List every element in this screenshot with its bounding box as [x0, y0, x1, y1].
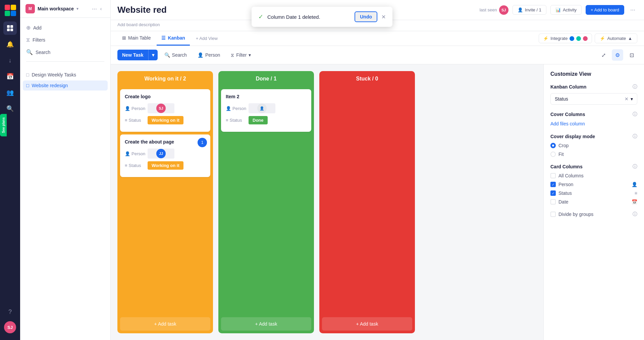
tab-kanban[interactable]: ☰ Kanban: [157, 31, 190, 46]
card-field-status-1: ≡ Status Working on it: [125, 116, 206, 124]
card-status-badge-1[interactable]: Working on it: [148, 116, 183, 124]
filter-button[interactable]: ⧖ Filter ▾: [227, 50, 255, 61]
select-clear-icon[interactable]: ✕: [625, 96, 629, 102]
tab-main-table[interactable]: ⊞ Main Table: [117, 31, 155, 46]
new-task-main-label[interactable]: New Task: [117, 50, 149, 60]
add-view-button[interactable]: + Add View: [191, 33, 222, 44]
activity-button[interactable]: 📊 Activity: [550, 5, 582, 15]
settings-icon-button[interactable]: ⚙: [612, 49, 623, 61]
download-icon[interactable]: ↓: [3, 54, 17, 67]
search-button[interactable]: 🔍 Search: [160, 50, 191, 60]
automate-chevron: ▲: [628, 36, 632, 41]
workspace-selector[interactable]: M Main workspace ▾: [25, 4, 92, 13]
svg-rect-7: [10, 29, 13, 31]
search-toolbar-label: Search: [172, 52, 187, 58]
person-button[interactable]: 👤 Person: [194, 50, 224, 60]
board-description[interactable]: Add board description: [117, 22, 160, 27]
toast-undo-button[interactable]: Undo: [355, 11, 377, 22]
kanban-column-stuck: Stuck / 0 + Add task: [319, 71, 415, 333]
tab-main-table-label: Main Table: [128, 35, 151, 41]
nav-search-label: Search: [36, 50, 50, 55]
kanban-column-section: Kanban Column ⓘ Status ✕ ▾: [550, 84, 637, 105]
filter-toolbar-label: Filter: [236, 52, 247, 58]
app-logo[interactable]: [4, 4, 16, 16]
workspace-name: Main workspace: [38, 6, 74, 11]
checkbox-divide-groups[interactable]: Divide by groups: [550, 212, 593, 217]
checkbox-person[interactable]: ✓ Person 👤: [550, 182, 637, 187]
help-icon[interactable]: ?: [3, 305, 17, 319]
nav-item-search[interactable]: 🔍 Search: [23, 46, 108, 58]
column-header-done: Done / 1: [218, 71, 314, 87]
select-chevron-icon: ▾: [631, 96, 633, 102]
add-task-working-on[interactable]: + Add task: [120, 317, 210, 331]
divide-groups-info-icon[interactable]: ⓘ: [633, 211, 637, 217]
search-rail-icon[interactable]: 🔍: [3, 102, 17, 115]
checkbox-status-box: ✓: [550, 190, 556, 196]
nav-item-filters[interactable]: ⧖ Filters: [23, 34, 108, 46]
team-icon[interactable]: 👥: [3, 86, 17, 99]
checkbox-status[interactable]: ✓ Status ≡: [550, 190, 637, 196]
new-task-button[interactable]: New Task ▾: [117, 50, 158, 60]
card-columns-header: Card Columns ⓘ: [550, 164, 637, 170]
sidebar-collapse-icon[interactable]: ‹: [97, 5, 105, 13]
expand-icon-button[interactable]: ⤢: [598, 49, 609, 61]
card-person-avatar-cell-3[interactable]: 👤: [249, 103, 275, 113]
toast-close-icon[interactable]: ✕: [381, 14, 386, 20]
checkbox-all-columns[interactable]: All Columns: [550, 173, 637, 178]
kanban-card-about-page[interactable]: Create the about page 1 👤 Person JJ: [120, 134, 210, 177]
kanban-column-info-icon[interactable]: ⓘ: [633, 84, 637, 90]
more-view-icon-button[interactable]: ⊡: [626, 49, 637, 61]
card-status-badge-2[interactable]: Working on it: [148, 161, 183, 170]
user-avatar-rail[interactable]: SJ: [4, 321, 16, 333]
nav-item-add[interactable]: ⊕ Add: [23, 22, 108, 34]
radio-fit[interactable]: Fit: [550, 152, 637, 157]
see-plans-banner[interactable]: See plans: [0, 114, 7, 136]
new-task-dropdown-icon[interactable]: ▾: [149, 50, 158, 60]
card-columns-title: Card Columns: [550, 164, 583, 169]
status-field-icon: ≡: [635, 190, 637, 196]
divide-groups-section: Divide by groups ⓘ: [550, 211, 637, 217]
cover-columns-info-icon[interactable]: ⓘ: [633, 111, 637, 117]
kanban-column-select[interactable]: Status ✕ ▾: [550, 93, 637, 105]
card-chat-icon[interactable]: 1: [198, 138, 207, 147]
cover-display-options: Crop Fit: [550, 143, 637, 157]
board-item-website-redesign[interactable]: □ Website redesign: [23, 80, 108, 91]
card-columns-info-icon[interactable]: ⓘ: [633, 164, 637, 170]
kanban-column-done: Done / 1 Item 2 👤 Person 👤: [218, 71, 314, 333]
sidebar-more-icon[interactable]: ···: [92, 5, 97, 12]
radio-crop[interactable]: Crop: [550, 143, 637, 148]
board-list: □ Design Weekly Tasks □ Website redesign: [20, 68, 110, 92]
add-to-board-button[interactable]: + Add to board: [586, 5, 624, 15]
grid-icon[interactable]: [3, 21, 17, 35]
add-files-link[interactable]: Add files column: [550, 121, 585, 126]
card-person-avatar-cell-2[interactable]: JJ: [148, 149, 174, 159]
nav-filters-label: Filters: [33, 37, 45, 43]
kanban-card-item2[interactable]: Item 2 👤 Person 👤 ≡: [221, 89, 311, 132]
calendar-icon[interactable]: 📅: [3, 70, 17, 83]
card-avatar-empty: 👤: [257, 104, 267, 113]
card-person-avatar-cell-1[interactable]: SJ: [148, 103, 174, 113]
kanban-column-section-header: Kanban Column ⓘ: [550, 84, 637, 90]
svg-rect-2: [5, 11, 10, 16]
add-task-stuck[interactable]: + Add task: [322, 317, 412, 331]
cover-columns-header: Cover Columns ⓘ: [550, 111, 637, 117]
column-header-working-on: Working on it / 2: [117, 71, 213, 87]
card-status-badge-3[interactable]: Done: [249, 116, 268, 124]
checkbox-date[interactable]: Date 📅: [550, 199, 637, 205]
tab-kanban-label: Kanban: [168, 35, 185, 41]
cover-display-info-icon[interactable]: ⓘ: [633, 133, 637, 139]
last-seen-avatar: SJ: [499, 5, 508, 15]
column-title-stuck: Stuck / 0: [356, 76, 378, 81]
kanban-card-create-logo[interactable]: Create logo 👤 Person SJ: [120, 89, 210, 132]
customize-panel: Customize View Kanban Column ⓘ Status ✕ …: [543, 64, 644, 340]
top-more-icon[interactable]: ···: [628, 4, 637, 15]
invite-button[interactable]: 👤 Invite / 1: [513, 5, 546, 15]
automate-button[interactable]: ⚡ Automate ▲: [595, 34, 637, 43]
board-area: Working on it / 2 Create logo 👤 Person S…: [111, 64, 644, 340]
add-task-done[interactable]: + Add task: [221, 317, 311, 331]
integrate-button[interactable]: ⚡ Integrate: [539, 34, 592, 43]
card-field-status-2: ≡ Status Working on it: [125, 161, 206, 170]
main-content: Website red last seen SJ 👤 Invite / 1 📊 …: [111, 0, 644, 340]
notifications-icon[interactable]: 🔔: [3, 38, 17, 51]
board-item-design-weekly[interactable]: □ Design Weekly Tasks: [23, 70, 108, 80]
